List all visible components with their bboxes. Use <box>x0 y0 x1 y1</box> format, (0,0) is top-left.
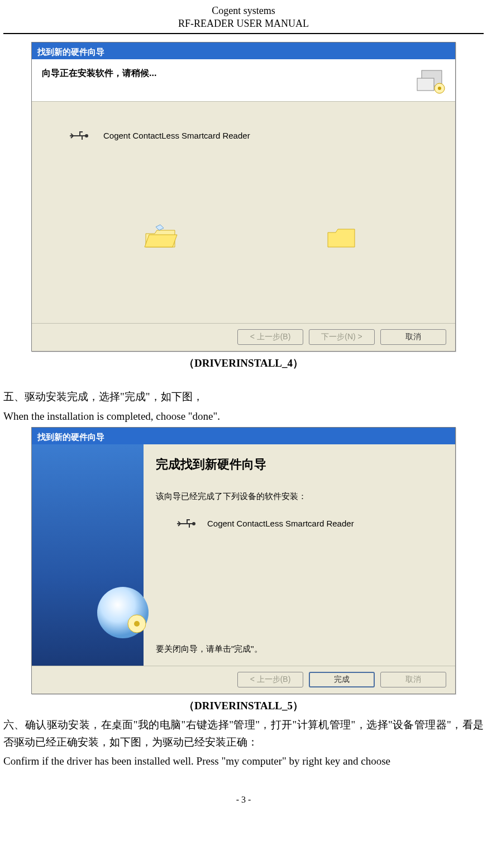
wizard-step-title: 向导正在安装软件，请稍候... <box>42 66 445 80</box>
figure-caption-1: （DRIVERINSTALL_4） <box>3 355 484 372</box>
svg-point-7 <box>134 621 140 627</box>
step6-chinese: 六、确认驱动安装，在桌面"我的电脑"右键选择"管理"，打开"计算机管理"，选择"… <box>3 717 484 751</box>
dialog-titlebar: 找到新的硬件向导 <box>32 42 455 59</box>
svg-rect-1 <box>417 78 434 91</box>
cancel-button[interactable]: 取消 <box>380 329 446 345</box>
folder-closed-icon <box>324 224 360 253</box>
svg-point-4 <box>85 134 88 137</box>
device-row: Cogent ContactLess Smartcard Reader <box>176 516 443 531</box>
device-row: Cogent ContactLess Smartcard Reader <box>69 129 250 143</box>
page-number: - 3 - <box>3 793 484 807</box>
folder-open-icon <box>144 224 179 253</box>
svg-point-8 <box>192 522 195 525</box>
dialog-body: Cogent ContactLess Smartcard Reader <box>32 102 455 323</box>
step5-chinese: 五、驱动安装完成，选择"完成"，如下图， <box>3 388 484 405</box>
device-label: Cogent ContactLess Smartcard Reader <box>103 129 250 143</box>
folder-animation <box>144 224 360 253</box>
next-button[interactable]: 下一步(N) > <box>309 329 375 345</box>
wizard-dialog-complete: 找到新的硬件向导 完成找到新硬件向导 <box>31 427 456 694</box>
step6-english: Confirm if the driver has been installed… <box>3 753 484 770</box>
step5-english: When the installation is completed, choo… <box>3 408 484 425</box>
finish-button[interactable]: 完成 <box>309 672 375 687</box>
svg-point-3 <box>438 87 441 90</box>
completion-title: 完成找到新硬件向导 <box>156 454 443 474</box>
page-header: Cogent systems RF-READER USER MANUAL <box>3 4 484 34</box>
figure-caption-2: （DRIVERINSTALL_5） <box>3 698 484 714</box>
wizard-right-pane: 完成找到新硬件向导 该向导已经完成了下列设备的软件安装： Cogent Cont… <box>144 444 455 666</box>
dialog-titlebar: 找到新的硬件向导 <box>32 428 455 444</box>
wizard-sidebar-graphic <box>32 444 144 666</box>
back-button[interactable]: < 上一步(B) <box>237 329 303 345</box>
completion-subtitle: 该向导已经完成了下列设备的软件安装： <box>156 490 443 503</box>
cancel-button[interactable]: 取消 <box>380 672 446 687</box>
header-line1: Cogent systems <box>3 4 484 17</box>
wizard-dialog-installing: 找到新的硬件向导 向导正在安装软件，请稍候... Cogent ContactL… <box>31 42 456 352</box>
header-line2: RF-READER USER MANUAL <box>3 17 484 30</box>
dialog-body: 完成找到新硬件向导 该向导已经完成了下列设备的软件安装： Cogent Cont… <box>32 444 455 666</box>
dialog-button-row: < 上一步(B) 下一步(N) > 取消 <box>32 323 455 351</box>
close-instruction: 要关闭向导，请单击"完成"。 <box>156 642 262 656</box>
usb-icon <box>69 129 91 143</box>
back-button[interactable]: < 上一步(B) <box>237 672 303 687</box>
hardware-graphic-icon <box>416 65 447 96</box>
device-label: Cogent ContactLess Smartcard Reader <box>207 517 354 530</box>
usb-icon <box>176 516 198 531</box>
dialog-button-row: < 上一步(B) 完成 取消 <box>32 666 455 694</box>
dialog-header-strip: 向导正在安装软件，请稍候... <box>32 59 455 102</box>
